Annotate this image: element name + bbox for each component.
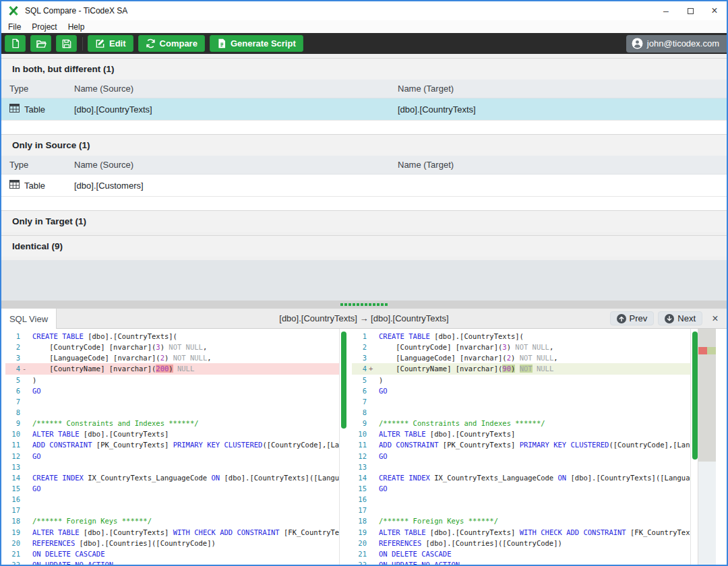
token: [dbo].[CountryTexts] [426,528,520,536]
token: /****** Foreign Keys ******/ [32,517,152,525]
save-project-button[interactable] [56,35,77,52]
target-scrollbar-thumb[interactable] [692,332,698,460]
sql-line: 21ON DELETE CASCADE [352,548,690,559]
splitter-handle[interactable] [1,301,727,309]
diff-marker: - [20,363,29,374]
file-icon [11,38,20,49]
sql-line: 14CREATE INDEX IX_CountryTexts_LanguageC… [352,472,690,483]
token: [dbo].[CountryTexts] [80,528,173,536]
maximize-button[interactable] [678,1,702,20]
line-number: 13 [5,462,20,472]
arrow-up-circle-icon [617,314,626,323]
column-header: Name (Source) [74,160,398,170]
source-scrollbar-thumb[interactable] [341,332,346,429]
line-number: 13 [352,462,367,472]
target-sql-pane[interactable]: 1CREATE TABLE [dbo].[CountryTexts](2 [Co… [348,329,690,565]
line-code: /****** Constraints and Indexes ******/ [379,418,545,429]
line-code: ALTER TABLE [dbo].[CountryTexts] [379,429,515,439]
diff-marker [367,559,375,565]
minimize-button[interactable]: – [654,1,678,20]
edit-button[interactable]: Edit [88,35,133,52]
line-number: 20 [352,538,367,548]
sql-line: 3 [LanguageCode] [nvarchar](2) NOT NULL, [352,352,690,363]
close-sql-view-button[interactable]: × [709,313,721,325]
user-account-button[interactable]: john@ticodex.com [626,35,727,53]
source-scrollbar[interactable] [339,329,348,565]
source-name-cell: [dbo].[CountryTexts] [74,104,398,115]
diff-marker [367,439,375,450]
table-row[interactable]: Table[dbo].[Customers] [1,175,727,197]
type-cell: Table [1,104,74,115]
line-number: 7 [5,396,20,407]
diff-editors: 1CREATE TABLE [dbo].[CountryTexts](2 [Co… [1,329,727,565]
diff-marker [20,451,29,462]
diff-overview-ruler[interactable] [698,329,716,565]
new-file-button[interactable] [5,35,26,52]
token: REFERENCES [32,539,75,547]
token: CREATE TABLE [379,332,430,340]
token: GO [379,484,388,493]
token: [LanguageCode] [nvarchar]( [32,354,160,362]
diff-marker [20,439,29,450]
tab-sql-view[interactable]: SQL View [1,309,57,329]
table-row[interactable]: Table[dbo].[CountryTexts][dbo].[CountryT… [1,98,727,121]
diff-marker [20,548,29,559]
sql-view-controls: Prev Next × [610,311,727,325]
line-number: 5 [352,375,367,385]
diff-marker [367,407,375,418]
line-number: 8 [5,407,20,418]
token: ALTER TABLE [32,430,80,438]
target-scrollbar[interactable] [690,329,698,565]
line-code: CREATE INDEX IX_CountryTexts_LanguageCod… [32,472,339,483]
line-number: 22 [352,559,367,565]
sql-line: 11ADD CONSTRAINT [PK_CountryTexts] PRIMA… [5,439,339,450]
section-header-0[interactable]: In both, but different (1) [1,58,727,80]
section-header-2[interactable]: Only in Target (1) [1,210,727,232]
sql-line-removed: 4- [CountryName] [nvarchar](200) NULL [5,363,339,374]
token: NOT NULL [515,343,549,351]
token: [dbo].[CountryTexts] [80,430,169,438]
line-number: 19 [5,527,20,538]
column-header: Name (Target) [398,160,727,170]
edit-icon [95,38,105,49]
diff-marker [367,472,375,483]
token: PRIMARY KEY CLUSTERED [520,441,609,449]
open-project-button[interactable] [30,35,51,52]
line-number: 2 [5,342,20,352]
source-sql-pane[interactable]: 1CREATE TABLE [dbo].[CountryTexts](2 [Co… [1,329,339,565]
line-code: /****** Constraints and Indexes ******/ [32,418,199,429]
sql-line: 8 [5,407,339,418]
column-header: Type [1,160,74,170]
sql-line: 17 [5,505,339,515]
menu-file[interactable]: File [3,22,26,32]
generate-script-button[interactable]: Generate Script [210,35,303,52]
close-button[interactable]: × [702,1,727,20]
token: [dbo].[Countries]([CountryCode]) [75,539,216,547]
diff-marker [20,407,29,418]
line-code: ON DELETE CASCADE [379,548,451,559]
menu-help[interactable]: Help [63,22,90,32]
token: NOT NULL [520,354,554,362]
line-code: [CountryCode] [nvarchar](3) NOT NULL, [32,342,207,352]
line-code: ) [379,375,383,385]
section-header-3[interactable]: Identical (9) [1,235,727,257]
next-diff-button[interactable]: Next [658,311,702,325]
prev-diff-button[interactable]: Prev [610,311,655,325]
token: ([CountryCode],[LanguageCode]) [262,441,339,449]
table-header-row: TypeName (Source)Name (Target) [1,80,727,98]
section-header-1[interactable]: Only in Source (1) [1,134,727,156]
sql-line: 12GO [352,451,690,462]
line-code: ON UPDATE NO ACTION [32,559,113,565]
sql-line: 2 [CountryCode] [nvarchar](3) NOT NULL, [352,342,690,352]
diff-marker [367,429,375,439]
menu-project[interactable]: Project [26,22,62,32]
token: /****** Foreign Keys ******/ [379,517,498,525]
token: ) [511,354,520,362]
sql-line: 9/****** Constraints and Indexes ******/ [5,418,339,429]
sync-icon [146,38,156,49]
compare-button[interactable]: Compare [138,35,205,52]
line-code: GO [379,385,388,396]
table-icon [9,180,20,191]
token: , [553,354,557,362]
line-number: 7 [352,396,367,407]
